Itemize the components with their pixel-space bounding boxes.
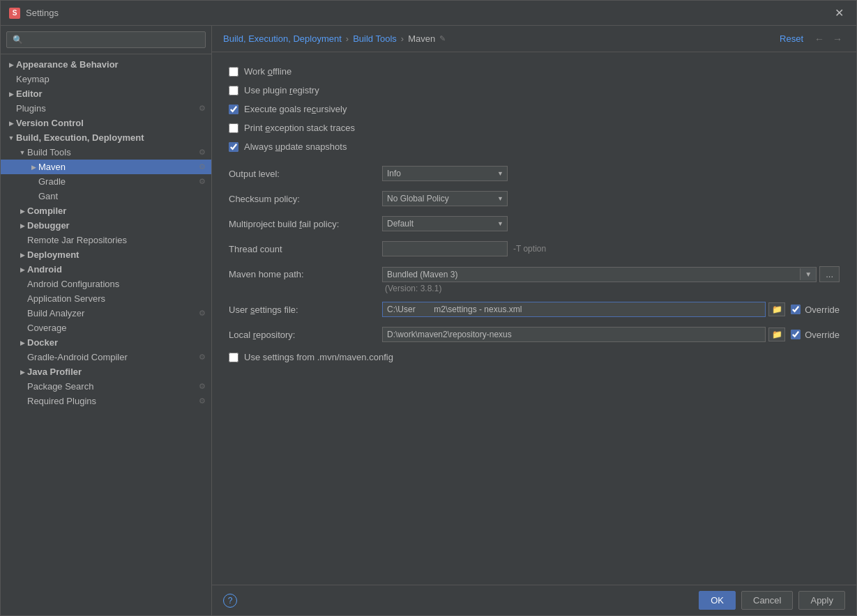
nav-forward-button[interactable]: →: [830, 32, 845, 46]
sidebar-item-label: Package Search: [27, 381, 199, 392]
tree-arrow-icon: ▶: [17, 369, 27, 376]
ok-button[interactable]: OK: [699, 591, 736, 610]
tree-arrow-icon: ▶: [17, 222, 27, 229]
local-repo-input[interactable]: [382, 327, 766, 342]
sidebar-item-appearance[interactable]: ▶Appearance & Behavior: [1, 57, 211, 72]
sidebar-item-label: Gradle-Android Compiler: [27, 352, 199, 362]
reset-button[interactable]: Reset: [780, 33, 803, 44]
execute-goals-checkbox[interactable]: [229, 105, 238, 114]
maven-home-browse-btn[interactable]: ...: [819, 266, 840, 282]
sidebar-item-label: Maven: [38, 162, 199, 172]
always-update-checkbox[interactable]: [229, 142, 238, 152]
sidebar-item-editor[interactable]: ▶Editor: [1, 86, 211, 101]
user-settings-row: User settings file: 📁 Override: [229, 302, 840, 317]
checksum-policy-dropdown[interactable]: No Global Policy Fail Warn Ignore: [382, 191, 508, 206]
breadcrumb-edit-icon[interactable]: ✎: [439, 34, 446, 43]
work-offline-label[interactable]: Work offline: [244, 66, 291, 77]
print-exception-label[interactable]: Print exception stack traces: [244, 123, 355, 133]
sidebar-item-version-control[interactable]: ▶Version Control: [1, 116, 211, 130]
use-plugin-registry-checkbox[interactable]: [229, 86, 238, 95]
sidebar-item-label: Coverage: [27, 323, 206, 333]
cancel-button[interactable]: Cancel: [741, 591, 793, 610]
tree-arrow-icon: ▶: [6, 120, 16, 127]
sidebar-item-deployment[interactable]: ▶Deployment: [1, 247, 211, 262]
user-settings-override-label[interactable]: Override: [805, 305, 840, 315]
nav-back-button[interactable]: ←: [812, 32, 827, 46]
sidebar-item-android-configs[interactable]: Android Configurations: [1, 277, 211, 291]
sidebar-item-keymap[interactable]: Keymap: [1, 72, 211, 86]
search-input[interactable]: [6, 31, 206, 48]
sidebar-item-label: Appearance & Behavior: [16, 59, 206, 70]
output-level-dropdown[interactable]: Info Debug Warning Error: [382, 166, 508, 181]
sidebar-item-label: Debugger: [27, 220, 206, 231]
checkbox-always-update: Always update snapshots: [229, 141, 840, 152]
maven-home-inner: Maven home path: ▼ ...: [229, 266, 840, 282]
sidebar-item-label: Remote Jar Repositories: [27, 235, 206, 245]
tree-arrow-icon: ▶: [17, 266, 27, 273]
t-option-label: -T option: [513, 244, 546, 254]
breadcrumb-item-0[interactable]: Build, Execution, Deployment: [223, 33, 342, 44]
sidebar-item-gradle[interactable]: Gradle⚙: [1, 174, 211, 189]
bottom-bar: ? OK Cancel Apply: [212, 585, 856, 615]
local-repo-override-checkbox[interactable]: [791, 330, 801, 339]
sidebar-item-package-search[interactable]: Package Search⚙: [1, 379, 211, 394]
sidebar-item-build-exec-deploy[interactable]: ▼Build, Execution, Deployment: [1, 130, 211, 145]
user-settings-input[interactable]: [382, 302, 766, 317]
sidebar-item-coverage[interactable]: Coverage: [1, 321, 211, 335]
sidebar-item-gant[interactable]: Gant: [1, 189, 211, 203]
breadcrumb-sep-0: ›: [346, 33, 349, 44]
settings-content: Work offline Use plugin registry Execute…: [212, 52, 856, 585]
sidebar-item-debugger[interactable]: ▶Debugger: [1, 218, 211, 233]
sidebar-item-label: Gant: [38, 191, 206, 201]
sidebar-item-label: Keymap: [16, 74, 206, 84]
thread-count-row: Thread count -T option: [229, 241, 840, 256]
multiproject-policy-row: Multiproject build fail policy: Default …: [229, 216, 840, 231]
sidebar: ▶Appearance & BehaviorKeymap▶EditorPlugi…: [1, 26, 212, 615]
sidebar-item-android[interactable]: ▶Android: [1, 262, 211, 277]
sidebar-item-gradle-android[interactable]: Gradle-Android Compiler⚙: [1, 350, 211, 364]
close-button[interactable]: ✕: [831, 5, 848, 21]
tree-arrow-icon: ▶: [6, 61, 16, 68]
maven-home-row: Maven home path: ▼ ... (Version: 3.8.1): [229, 266, 840, 299]
execute-goals-label[interactable]: Execute goals recursively: [244, 104, 347, 114]
use-mvn-config-checkbox[interactable]: [229, 353, 238, 362]
sidebar-item-java-profiler[interactable]: ▶Java Profiler: [1, 364, 211, 379]
sidebar-item-maven[interactable]: ▶Maven⚙: [1, 160, 211, 174]
maven-home-dropdown-btn[interactable]: ▼: [800, 268, 816, 280]
work-offline-checkbox[interactable]: [229, 67, 238, 77]
local-repo-label: Local repository:: [229, 330, 382, 340]
sidebar-item-build-tools[interactable]: ▼Build Tools⚙: [1, 145, 211, 160]
sidebar-item-build-analyzer[interactable]: Build Analyzer⚙: [1, 306, 211, 321]
sidebar-item-remote-jar[interactable]: Remote Jar Repositories: [1, 233, 211, 247]
sidebar-item-compiler[interactable]: ▶Compiler: [1, 203, 211, 218]
tree-arrow-icon: ▶: [17, 339, 27, 346]
print-exception-checkbox[interactable]: [229, 123, 238, 133]
user-settings-override-checkbox[interactable]: [791, 305, 801, 314]
output-level-label: Output level:: [229, 169, 382, 179]
local-repo-browse-btn[interactable]: 📁: [768, 328, 785, 341]
maven-home-input[interactable]: [383, 268, 800, 282]
multiproject-policy-dropdown[interactable]: Default Never At End Always: [382, 216, 508, 231]
tree-arrow-icon: ▶: [17, 252, 27, 259]
maven-home-combo-wrapper: ▼: [382, 267, 817, 282]
gear-icon: ⚙: [199, 177, 206, 186]
sidebar-item-app-servers[interactable]: Application Servers: [1, 291, 211, 306]
sidebar-item-required-plugins[interactable]: Required Plugins⚙: [1, 394, 211, 408]
sidebar-item-docker[interactable]: ▶Docker: [1, 335, 211, 350]
sidebar-item-plugins[interactable]: Plugins⚙: [1, 101, 211, 116]
tree-arrow-icon: ▶: [6, 91, 16, 98]
app-icon: S: [9, 8, 20, 19]
use-mvn-config-label[interactable]: Use settings from .mvn/maven.config: [244, 352, 393, 362]
checksum-policy-row: Checksum policy: No Global Policy Fail W…: [229, 191, 840, 206]
local-repo-override-label[interactable]: Override: [805, 330, 840, 340]
search-box: [1, 26, 211, 54]
breadcrumb-item-1[interactable]: Build Tools: [353, 33, 397, 44]
apply-button[interactable]: Apply: [798, 591, 845, 610]
use-plugin-registry-label[interactable]: Use plugin registry: [244, 85, 319, 95]
maven-home-label: Maven home path:: [229, 269, 382, 279]
sidebar-item-label: Deployment: [27, 249, 206, 260]
thread-count-input[interactable]: [382, 241, 508, 256]
help-button[interactable]: ?: [223, 594, 237, 608]
user-settings-browse-btn[interactable]: 📁: [768, 302, 785, 316]
always-update-label[interactable]: Always update snapshots: [244, 141, 347, 152]
